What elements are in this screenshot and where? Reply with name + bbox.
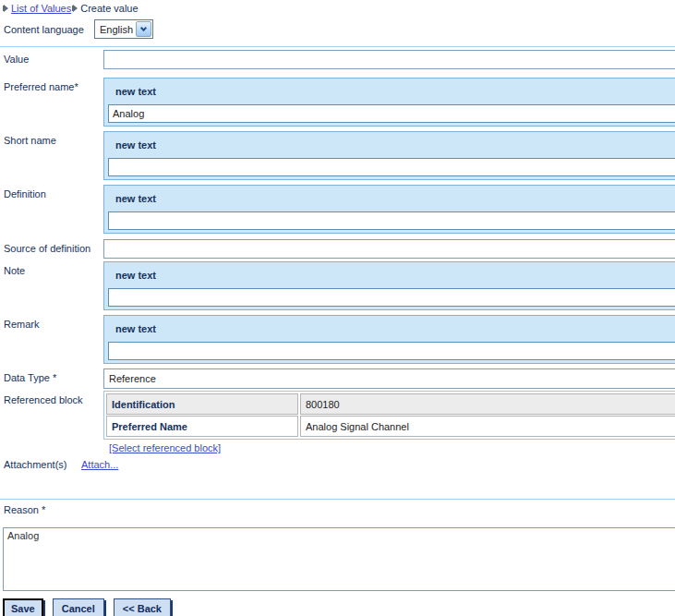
short-name-input[interactable] — [108, 158, 675, 176]
definition-row: Definition new text — [0, 185, 675, 234]
source-of-definition-input[interactable] — [103, 239, 675, 259]
remark-row: Remark new text — [0, 315, 675, 364]
short-name-row: Short name new text — [0, 131, 675, 180]
section-divider — [0, 499, 675, 500]
definition-label: Definition — [0, 185, 103, 234]
note-row: Note new text — [0, 261, 675, 310]
note-panel-header: new text — [104, 262, 675, 288]
definition-panel-header: new text — [104, 186, 675, 211]
identification-value-cell: 800180 — [300, 393, 675, 415]
breadcrumb-current-page: Create value — [80, 3, 138, 14]
attach-link[interactable]: Attach... — [81, 459, 118, 470]
reason-textarea[interactable]: Analog — [3, 527, 675, 591]
table-row: Identification 800180 — [106, 393, 675, 415]
content-language-selected-value: English — [95, 24, 135, 35]
chevron-down-icon[interactable] — [136, 21, 151, 37]
referenced-block-row: Referenced block Identification 800180 P… — [0, 391, 675, 453]
preferred-name-input[interactable] — [108, 104, 675, 123]
remark-label: Remark — [0, 315, 103, 364]
attachments-label: Attachment(s) — [4, 459, 81, 470]
data-type-row: Data Type * Reference — [0, 368, 675, 389]
definition-input[interactable] — [108, 211, 675, 230]
breadcrumb-arrow-icon — [4, 5, 8, 12]
preferred-name-panel: new text — [103, 78, 675, 127]
remark-panel: new text — [103, 315, 675, 364]
breadcrumb-link-list-of-values[interactable]: List of Values — [11, 3, 71, 14]
remark-input[interactable] — [108, 342, 675, 360]
short-name-panel: new text — [103, 131, 675, 180]
preferred-name-value-cell: Analog Signal Channel — [300, 416, 675, 437]
create-value-page: List of Values Create value Content lang… — [0, 0, 675, 616]
data-type-label: Data Type * — [0, 368, 103, 389]
content-language-row: Content language English — [4, 19, 675, 39]
referenced-block-table: Identification 800180 Preferred Name Ana… — [103, 391, 675, 440]
short-name-label: Short name — [0, 131, 103, 180]
short-name-panel-header: new text — [104, 132, 675, 158]
identification-key-cell: Identification — [106, 393, 298, 415]
note-panel: new text — [103, 261, 675, 310]
preferred-name-row: Preferred name* new text — [0, 78, 675, 127]
preferred-name-label: Preferred name* — [0, 78, 103, 127]
attachments-row: Attachment(s) Attach... — [4, 459, 675, 470]
source-of-definition-row: Source of definition — [0, 239, 675, 259]
breadcrumb: List of Values Create value — [0, 0, 675, 14]
select-referenced-block-link[interactable]: [Select referenced block] — [109, 442, 221, 453]
note-label: Note — [0, 261, 103, 310]
reason-label: Reason * — [4, 504, 675, 515]
breadcrumb-arrow-icon — [73, 5, 78, 12]
value-label: Value — [0, 50, 103, 69]
definition-panel: new text — [103, 185, 675, 234]
content-language-label: Content language — [4, 24, 92, 35]
back-button[interactable]: << Back — [114, 598, 171, 616]
preferred-name-panel-header: new text — [104, 79, 675, 104]
section-divider — [0, 46, 675, 47]
content-language-select[interactable]: English — [94, 19, 153, 39]
value-row: Value — [0, 50, 675, 69]
note-input[interactable] — [108, 288, 675, 307]
value-input[interactable] — [103, 50, 675, 69]
save-button[interactable]: Save — [3, 598, 43, 616]
data-type-value: Reference — [103, 368, 675, 389]
action-buttons: Save Cancel << Back — [3, 598, 675, 616]
preferred-name-key-cell: Preferred Name — [106, 416, 298, 437]
referenced-block-label: Referenced block — [0, 391, 103, 453]
source-of-definition-label: Source of definition — [0, 239, 103, 259]
cancel-button[interactable]: Cancel — [53, 598, 104, 616]
remark-panel-header: new text — [104, 316, 675, 342]
table-row: Preferred Name Analog Signal Channel — [106, 416, 675, 437]
